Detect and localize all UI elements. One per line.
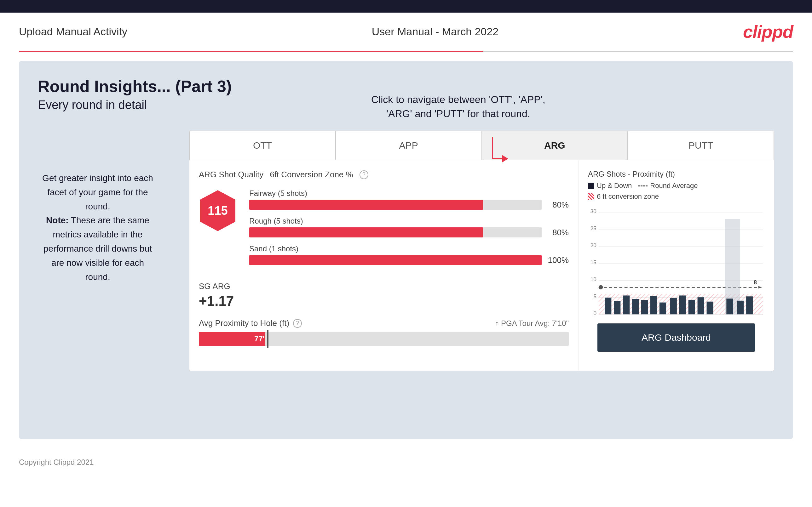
help-icon[interactable]: ? — [359, 170, 368, 179]
svg-point-21 — [599, 285, 603, 290]
proximity-label: Avg Proximity to Hole (ft) — [199, 318, 289, 328]
section-header: ARG Shot Quality 6ft Conversion Zone % ? — [199, 170, 569, 179]
svg-rect-32 — [670, 298, 677, 314]
chart-area: 0 5 10 15 20 25 30 — [588, 204, 764, 323]
hex-score-container: 115 — [199, 189, 237, 232]
navigation-hint: Click to navigate between 'OTT', 'APP','… — [371, 93, 546, 121]
tab-putt[interactable]: PUTT — [628, 131, 774, 160]
sg-value: +1.17 — [199, 293, 569, 309]
bars-section: Fairway (5 shots) 80% Rough (5 shots) — [249, 189, 569, 272]
legend-hatched-icon — [588, 193, 594, 200]
proximity-label-group: Avg Proximity to Hole (ft) ? — [199, 318, 302, 328]
svg-text:15: 15 — [591, 259, 597, 266]
hexagon-container: 115 Fairway (5 shots) 80% — [199, 189, 569, 272]
bar-pct-fairway: 80% — [547, 200, 569, 210]
svg-text:8: 8 — [754, 279, 757, 286]
copyright: Copyright Clippd 2021 — [19, 458, 94, 466]
bar-row-fairway: Fairway (5 shots) 80% — [249, 189, 569, 210]
section-label: ARG Shot Quality — [199, 170, 263, 179]
legend: Up & Down Round Average — [588, 182, 698, 190]
clippd-logo: clippd — [743, 22, 793, 42]
svg-rect-28 — [632, 299, 639, 314]
chart-title: ARG Shots - Proximity (ft) — [588, 170, 675, 178]
svg-text:25: 25 — [591, 225, 597, 231]
proximity-header: Avg Proximity to Hole (ft) ? ↑ PGA Tour … — [199, 318, 569, 328]
svg-rect-33 — [679, 295, 686, 314]
svg-rect-36 — [707, 302, 713, 315]
chart-header: ARG Shots - Proximity (ft) Up & Down Rou… — [588, 170, 764, 190]
left-description: Get greater insight into each facet of y… — [38, 171, 158, 284]
svg-rect-31 — [659, 303, 666, 315]
svg-text:20: 20 — [591, 242, 597, 248]
bar-row-sand: Sand (1 shots) 100% — [249, 244, 569, 265]
bar-fill-rough — [249, 227, 483, 237]
svg-text:0: 0 — [593, 310, 597, 317]
legend-item-6ft: 6 ft conversion zone — [588, 192, 659, 201]
top-bar — [0, 0, 812, 13]
sg-label: SG ARG — [199, 282, 569, 291]
svg-marker-2 — [502, 155, 508, 163]
tab-app[interactable]: APP — [336, 131, 482, 160]
svg-rect-39 — [746, 296, 753, 314]
note-label: Note: — [46, 215, 69, 225]
legend-6ft-label: 6 ft conversion zone — [597, 192, 659, 201]
arg-dashboard-button[interactable]: ARG Dashboard — [597, 323, 755, 352]
legend-item-roundavg: Round Average — [638, 182, 698, 190]
right-panel: ARG Shots - Proximity (ft) Up & Down Rou… — [578, 160, 774, 371]
legend-square-icon — [588, 183, 594, 189]
bar-track-sand: 100% — [249, 255, 569, 265]
sg-section: SG ARG +1.17 — [199, 282, 569, 309]
hex-score: 115 — [208, 204, 227, 218]
bar-track-rough: 80% — [249, 227, 569, 237]
bar-bg-fairway — [249, 200, 542, 210]
legend-item-updown: Up & Down — [588, 182, 632, 190]
chart-svg: 0 5 10 15 20 25 30 — [588, 204, 764, 323]
manual-label: User Manual - March 2022 — [372, 25, 499, 38]
proximity-help-icon[interactable]: ? — [293, 319, 302, 328]
section-sublabel: 6ft Conversion Zone % — [270, 170, 353, 179]
main-content: Round Insights... (Part 3) Every round i… — [19, 61, 793, 439]
legend-second-row: 6 ft conversion zone — [588, 192, 764, 201]
bar-label-rough: Rough (5 shots) — [249, 217, 569, 225]
legend-dashed-icon — [638, 185, 648, 186]
proximity-bar-container: 77' — [199, 332, 569, 346]
left-panel: ARG Shot Quality 6ft Conversion Zone % ?… — [189, 160, 578, 371]
footer: Copyright Clippd 2021 — [0, 448, 812, 476]
tab-ott[interactable]: OTT — [189, 131, 336, 160]
bar-label-fairway: Fairway (5 shots) — [249, 189, 569, 198]
svg-rect-38 — [737, 301, 744, 314]
svg-rect-34 — [689, 300, 695, 314]
svg-text:30: 30 — [591, 208, 597, 215]
tabs-container: OTT APP ARG PUTT — [189, 131, 774, 160]
svg-rect-26 — [614, 301, 620, 314]
header-divider — [19, 51, 793, 52]
svg-text:10: 10 — [591, 276, 597, 282]
header: Upload Manual Activity User Manual - Mar… — [0, 13, 812, 51]
svg-marker-22 — [758, 286, 762, 288]
bar-pct-rough: 80% — [547, 228, 569, 237]
proximity-cursor — [267, 330, 268, 348]
pga-avg: ↑ PGA Tour Avg: 7'10" — [495, 319, 569, 328]
svg-rect-25 — [605, 297, 611, 314]
dashboard-panel: OTT APP ARG PUTT ARG Shot Quality 6ft Co… — [189, 131, 774, 371]
bar-pct-sand: 100% — [547, 256, 569, 265]
svg-rect-37 — [726, 298, 733, 314]
bar-fill-fairway — [249, 200, 483, 210]
legend-roundavg-label: Round Average — [650, 182, 698, 190]
proximity-value: 77' — [254, 334, 264, 343]
arrow-indicator — [486, 133, 511, 173]
logo-area: clippd — [743, 21, 793, 42]
svg-rect-27 — [623, 295, 629, 314]
upload-label[interactable]: Upload Manual Activity — [19, 25, 127, 38]
panel-body: ARG Shot Quality 6ft Conversion Zone % ?… — [189, 160, 774, 371]
svg-rect-30 — [650, 296, 657, 314]
legend-updown-label: Up & Down — [597, 182, 632, 190]
bar-fill-sand — [249, 255, 542, 265]
bar-row-rough: Rough (5 shots) 80% — [249, 217, 569, 237]
bar-bg-sand — [249, 255, 542, 265]
bar-label-sand: Sand (1 shots) — [249, 244, 569, 253]
svg-rect-35 — [698, 297, 704, 314]
bar-bg-rough — [249, 227, 542, 237]
bar-track-fairway: 80% — [249, 200, 569, 210]
proximity-section: Avg Proximity to Hole (ft) ? ↑ PGA Tour … — [199, 318, 569, 346]
